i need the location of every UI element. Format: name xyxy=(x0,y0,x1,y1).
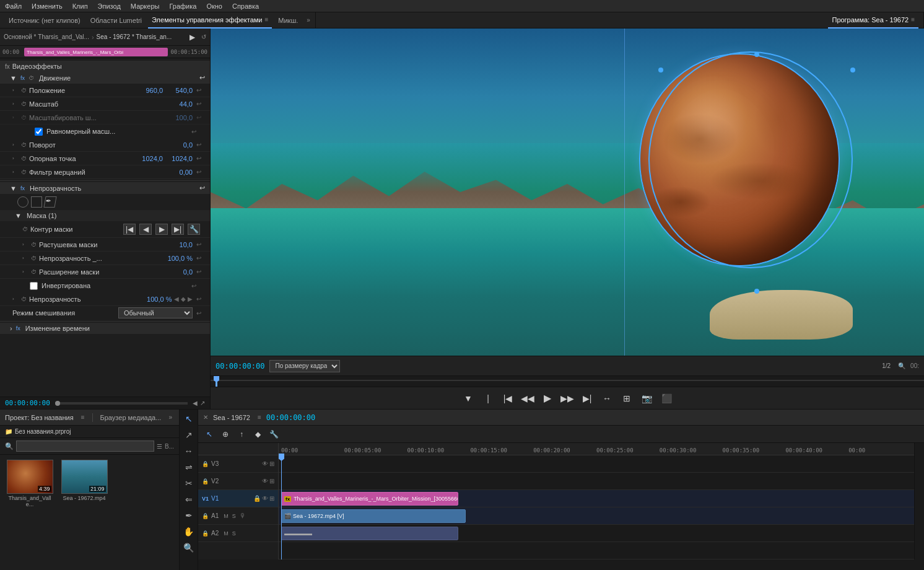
rotation-value[interactable]: 0,0 xyxy=(162,141,193,149)
marker-btn[interactable]: ▼ xyxy=(461,391,476,406)
tl-selection-btn[interactable]: ↖ xyxy=(203,428,216,441)
position-reset[interactable]: ↩ xyxy=(196,87,205,94)
v3-eye-icon[interactable]: 👁 xyxy=(262,460,268,467)
loop-btn[interactable]: ↔ xyxy=(599,391,614,406)
razor-tool[interactable]: ✂ xyxy=(182,476,196,490)
go-to-in-btn[interactable]: |◀ xyxy=(500,391,515,406)
v3-settings-icon[interactable]: ⊞ xyxy=(269,460,274,467)
zoom-tool[interactable]: 🔍 xyxy=(182,541,196,555)
a1-s-btn[interactable]: S xyxy=(232,513,236,519)
timeline-timecode[interactable]: 00:00:00:00 xyxy=(266,413,315,422)
export-frame-btn[interactable]: 📷 xyxy=(639,391,654,406)
main-opacity-value[interactable]: 100,0 % xyxy=(141,296,172,303)
motion-section-header[interactable]: ▼ fx ⏱ Движение ↩ xyxy=(0,72,210,84)
step-back-btn[interactable]: ◀◀ xyxy=(520,391,535,406)
menu-markers[interactable]: Маркеры xyxy=(131,2,160,10)
preview-scrubber-bar[interactable] xyxy=(211,375,924,387)
mask-expansion-expand[interactable]: › xyxy=(22,269,28,274)
menu-sequence[interactable]: Эпизод xyxy=(98,2,121,10)
menu-clip[interactable]: Клип xyxy=(72,2,88,10)
motion-stopwatch[interactable]: ⏱ xyxy=(28,75,34,81)
mask-first-btn[interactable]: |◀ xyxy=(123,224,136,235)
pen-tool[interactable]: ✒ xyxy=(182,509,196,522)
anchor-x[interactable]: 1024,0 xyxy=(132,155,163,162)
scale-stopwatch[interactable]: ⏱ xyxy=(21,101,27,107)
tl-wrench-btn[interactable]: 🔧 xyxy=(268,428,280,441)
anchor-reset[interactable]: ↩ xyxy=(196,155,205,162)
video-effects-header[interactable]: fx Видеоэффекты xyxy=(0,61,210,72)
lumetri-tab[interactable]: Области Lumetri xyxy=(87,12,146,28)
safe-margins-btn[interactable]: ⊞ xyxy=(619,391,634,406)
list-view-icon[interactable]: ☰ xyxy=(157,443,162,450)
mask-play-btn[interactable]: ▶ xyxy=(155,224,168,235)
circle-icon[interactable] xyxy=(17,196,28,208)
menu-help[interactable]: Справка xyxy=(232,2,259,10)
time-remapping-header[interactable]: › fx Изменение времени xyxy=(0,323,210,334)
clip-sea[interactable]: 🎬 Sea - 19672.mp4 [V] xyxy=(281,509,466,523)
anchor-y[interactable]: 1024,0 xyxy=(168,155,193,162)
fit-mode-select[interactable]: По размеру кадра xyxy=(269,360,340,372)
anchor-expand[interactable]: › xyxy=(12,156,19,161)
main-opacity-expand[interactable]: › xyxy=(12,296,19,302)
handle-top-right[interactable] xyxy=(850,68,855,72)
motion-reset[interactable]: ↩ xyxy=(199,74,205,82)
project-search-input[interactable] xyxy=(16,441,154,452)
blend-mode-select[interactable]: Обычный xyxy=(118,307,193,318)
mask-header[interactable]: ▼ Маска (1) xyxy=(0,210,210,221)
main-opacity-reset[interactable]: ↩ xyxy=(196,296,205,302)
rotation-stopwatch[interactable]: ⏱ xyxy=(21,142,27,148)
v2-eye-icon[interactable]: 👁 xyxy=(262,478,268,484)
hand-tool[interactable]: ✋ xyxy=(182,525,196,538)
opacity-section-header[interactable]: ▼ fx Непрозрачность ↩ xyxy=(0,182,210,194)
mask-feather-expand[interactable]: › xyxy=(22,242,28,247)
slip-tool[interactable]: ⇐ xyxy=(182,493,196,506)
v1-eye-icon[interactable]: 👁 xyxy=(262,495,268,502)
effects-transport-export[interactable]: ↗ xyxy=(200,400,205,406)
scale-expand[interactable]: › xyxy=(12,101,19,107)
tl-lift-btn[interactable]: ↑ xyxy=(235,428,248,441)
v1-lock-icon[interactable]: 🔒 xyxy=(253,495,261,502)
tl-mark-btn[interactable]: ◆ xyxy=(251,428,264,441)
antiflicker-expand[interactable]: › xyxy=(12,169,19,175)
track-row-v2[interactable] xyxy=(279,473,914,490)
effects-panel-clip[interactable]: Tharsis_and_Valles_Marineris_-_Mars_Orbi xyxy=(24,48,168,56)
mask-opacity-reset[interactable]: ↩ xyxy=(196,255,205,261)
a2-lock-icon[interactable]: 🔒 xyxy=(202,530,209,537)
opacity-section-reset[interactable]: ↩ xyxy=(199,184,205,192)
mask-feather-value[interactable]: 10,0 xyxy=(162,241,193,248)
position-y[interactable]: 540,0 xyxy=(168,87,193,94)
antiflicker-stopwatch[interactable]: ⏱ xyxy=(21,169,27,175)
effects-tab[interactable]: Элементы управления эффектами ≡ xyxy=(148,12,272,28)
menu-file[interactable]: Файл xyxy=(5,2,22,10)
scale-value[interactable]: 44,0 xyxy=(162,100,193,108)
a1-mic-icon[interactable]: 🎙 xyxy=(240,512,246,519)
v1-settings-icon[interactable]: ⊞ xyxy=(269,495,274,502)
mask-expansion-value[interactable]: 0,0 xyxy=(162,268,193,276)
a1-m-btn[interactable]: M xyxy=(224,513,229,519)
opacity-keyframe-nav[interactable]: ◀ ◆ ▶ xyxy=(174,296,193,302)
source-tab[interactable]: Источник: (нет клипов) xyxy=(5,12,84,28)
pen-icon[interactable]: ✒ xyxy=(43,196,56,208)
add-marker-btn[interactable]: | xyxy=(481,391,495,406)
uniform-scale-reset[interactable]: ↩ xyxy=(191,128,200,135)
menu-edit[interactable]: Изменить xyxy=(32,2,63,10)
a2-m-btn[interactable]: M xyxy=(224,530,229,537)
a1-lock-icon[interactable]: 🔒 xyxy=(202,513,209,519)
track-row-v3[interactable] xyxy=(279,455,914,473)
media-browser-tab[interactable]: Браузер медиада... xyxy=(100,414,162,421)
track-row-v1-sea[interactable]: 🎬 Sea - 19672.mp4 [V] xyxy=(279,507,914,525)
inverted-reset[interactable]: ↩ xyxy=(191,283,200,289)
handle-bottom[interactable] xyxy=(754,289,759,294)
project-title-icon[interactable]: ≡ xyxy=(81,414,85,421)
mask-path-stopwatch[interactable]: ⏱ xyxy=(22,226,28,232)
track-row-a2[interactable] xyxy=(279,542,914,559)
preview-timecode[interactable]: 00:00:00:00 xyxy=(216,362,264,370)
ripple-tool[interactable]: ↔ xyxy=(182,444,196,458)
menu-window[interactable]: Окно xyxy=(206,2,222,10)
mask-next-btn[interactable]: ▶| xyxy=(172,224,184,235)
media-item-mars[interactable]: 4:39 Tharsis_and_Valle... xyxy=(5,460,54,565)
uniform-scale-checkbox[interactable] xyxy=(35,128,43,136)
step-forward-btn[interactable]: ▶▶ xyxy=(560,391,575,406)
scale-icon[interactable]: 🔍 xyxy=(898,362,905,369)
v3-lock-icon[interactable]: 🔒 xyxy=(202,461,209,467)
